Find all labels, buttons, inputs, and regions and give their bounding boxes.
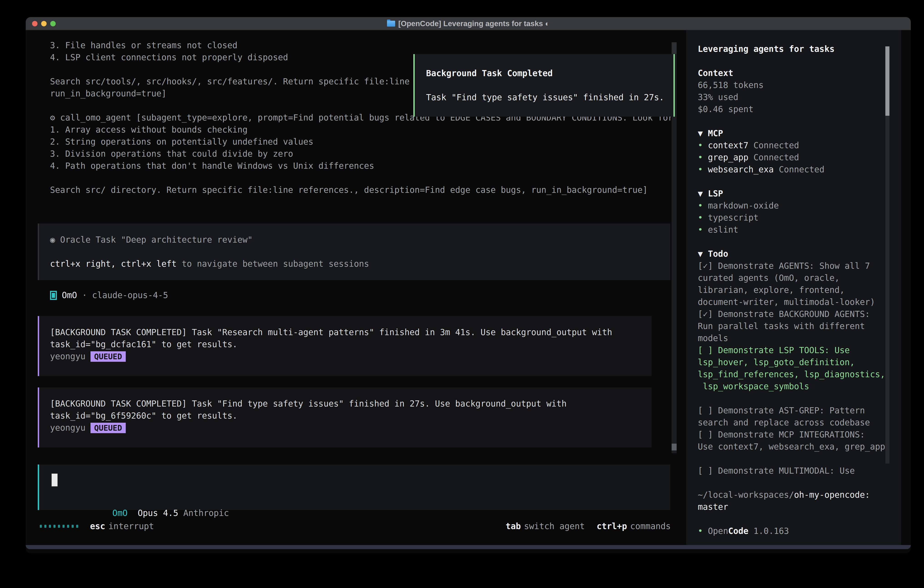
status-bar: esc interrupt tabswitch agentctrl+pcomma… <box>40 520 671 532</box>
terminal-line <box>50 246 670 258</box>
text-segment: 1.0.163 <box>749 526 789 536</box>
terminal-line: lsp_workspace_symbols <box>698 380 901 393</box>
terminal-line: document-writer, multimodal-looker) <box>698 296 901 308</box>
text-segment: Demonstrate LSP TOOLS: Use <box>718 345 850 355</box>
shortcut-label: commands <box>630 521 671 531</box>
text-segment: Search src/ directory. Return specific f… <box>50 185 648 195</box>
input-provider: Anthropic <box>183 508 229 518</box>
spinner-dot <box>49 525 51 528</box>
terminal-line: task_id="bg_6f59260c" to get results. <box>50 410 652 422</box>
text-segment: document-writer, multimodal-looker) <box>698 297 875 307</box>
text-segment: MCP <box>708 129 723 138</box>
text-segment: 3. File handles or streams not closed <box>50 40 238 50</box>
terminal-line: Leveraging agents for tasks <box>698 43 901 55</box>
chevron-down-icon: ▼ <box>698 129 708 138</box>
text-segment: Demonstrate MCP INTEGRATIONS: <box>718 430 865 439</box>
status-badge: QUEUED <box>91 423 126 433</box>
text-segment: [BACKGROUND TASK COMPLETED] Task "Resear… <box>50 327 612 337</box>
text-segment: 4. Path operations that don't handle Win… <box>50 161 374 171</box>
checkbox-unchecked-icon: [ ] <box>698 345 718 355</box>
text-segment: run_in_background=true] <box>50 89 167 99</box>
terminal-line: [✓] Demonstrate BACKGROUND AGENTS: <box>698 308 901 320</box>
status-shortcuts: tabswitch agentctrl+pcommands <box>506 520 671 532</box>
terminal-line <box>698 453 901 465</box>
text-segment: Open <box>708 526 728 536</box>
text-segment: task_id="bg_6f59260c" to get results. <box>50 411 238 421</box>
screen: [OpenCode] Leveraging agents for tasks ◐… <box>0 0 924 588</box>
prompt-input[interactable]: OmO Opus 4.5 Anthropic <box>38 464 670 510</box>
checkbox-unchecked-icon: [ ] <box>698 466 718 476</box>
input-meta: OmO Opus 4.5 Anthropic <box>52 495 670 507</box>
text-segment: LSP <box>708 189 723 198</box>
shortcut-hint: ctrl+pcommands <box>597 520 671 532</box>
text-segment: lsp_hover, lsp_goto_definition, <box>698 357 855 367</box>
text-segment: Demonstrate BACKGROUND AGENTS: <box>718 309 870 319</box>
terminal-line: [ ] Demonstrate MCP INTEGRATIONS: <box>698 429 901 441</box>
text-segment: Context <box>698 68 733 78</box>
text-segment: search and replace across codebase <box>698 418 870 428</box>
bullet-icon: • <box>698 153 708 162</box>
terminal-line: task_id="bg_dcfac161" to get results. <box>50 339 652 350</box>
terminal-line: • grep_app Connected <box>698 152 901 164</box>
terminal-line: [BACKGROUND TASK COMPLETED] Task "Find t… <box>50 398 652 410</box>
terminal-line: [ ] Demonstrate LSP TOOLS: Use <box>698 344 901 356</box>
sidebar-content: Leveraging agents for tasksContext66,518… <box>686 30 901 537</box>
text-segment: 1. Array access without bounds checking <box>50 125 248 135</box>
bullet-icon: • <box>698 213 708 223</box>
terminal-line: • OpenCode 1.0.163 <box>698 525 901 537</box>
task-user: yeongyu <box>50 422 86 434</box>
checkbox-checked-icon: [✓] <box>698 309 718 319</box>
sidebar-scrollbar-track[interactable] <box>885 116 889 464</box>
text-segment: Oracle Task "Deep architecture review" <box>60 235 252 244</box>
text-segment: 66,518 tokens <box>698 80 764 90</box>
text-segment: task_id="bg_dcfac161" to get results. <box>50 339 238 349</box>
spinner-dot <box>45 525 46 528</box>
text-segment: eslint <box>708 225 739 235</box>
terminal-line: models <box>698 332 901 344</box>
window-title: [OpenCode] Leveraging agents for tasks ◐ <box>398 19 549 28</box>
bullet-icon: • <box>698 526 708 536</box>
terminal-line: ▼ Todo <box>698 248 901 260</box>
spinner-dot <box>76 525 78 528</box>
terminal-line <box>698 236 901 248</box>
background-task-block: [BACKGROUND TASK COMPLETED] Task "Resear… <box>38 316 652 376</box>
bullet-icon: • <box>698 165 708 174</box>
opencode-window: [OpenCode] Leveraging agents for tasks ◐… <box>26 17 911 553</box>
main-scrollbar-thumb[interactable] <box>672 444 676 451</box>
shortcut-hint: tabswitch agent <box>506 520 585 532</box>
notification-body: Task "Find type safety issues" finished … <box>426 91 673 104</box>
window-content: 3. File handles or streams not closed4. … <box>26 30 911 549</box>
text-segment: markdown-oxide <box>708 201 779 211</box>
notification-toast: Background Task Completed Task "Find typ… <box>413 54 675 117</box>
shortcut-label: switch agent <box>524 521 585 531</box>
text-segment: Connected <box>749 153 799 162</box>
spinner-dot <box>58 525 60 528</box>
terminal-line: ◉ Oracle Task "Deep architecture review" <box>50 234 670 246</box>
terminal-line: 4. Path operations that don't handle Win… <box>50 160 683 172</box>
spinner-dot <box>67 525 69 528</box>
terminal-line: [ ] Demonstrate AST-GREP: Pattern <box>698 405 901 416</box>
terminal-line: 2. String operations on potentially unde… <box>50 136 683 148</box>
terminal-line: librarian, explore, frontend, <box>698 284 901 296</box>
text-segment: Use context7, websearch_exa, grep_app <box>698 442 885 452</box>
terminal-line: ▼ MCP <box>698 127 901 139</box>
text-segment: [BACKGROUND TASK COMPLETED] Task "Find t… <box>50 399 567 409</box>
checkbox-unchecked-icon: [ ] <box>698 406 718 415</box>
terminal-line <box>698 55 901 67</box>
text-segment: grep_app <box>708 153 749 162</box>
terminal-line <box>698 115 901 127</box>
terminal-line: curated agents (OmO, oracle, <box>698 272 901 284</box>
main-scrollbar-thumb-top[interactable] <box>672 42 676 54</box>
text-segment: Run parallel tasks with different <box>698 321 865 331</box>
text-segment: ctrl+x right, ctrl+x left <box>50 259 177 269</box>
text-segment: oh-my-opencode: <box>794 490 870 500</box>
terminal-line <box>698 393 901 405</box>
sidebar-scrollbar-thumb[interactable] <box>885 46 889 116</box>
interrupt-label: interrupt <box>109 520 154 532</box>
task-meta: yeongyuQUEUED <box>50 350 652 362</box>
chevron-down-icon: ▼ <box>698 189 708 198</box>
terminal-line: • markdown-oxide <box>698 200 901 212</box>
terminal-line: • eslint <box>698 224 901 236</box>
esc-key-hint: esc <box>90 520 105 532</box>
terminal-line <box>698 175 901 188</box>
